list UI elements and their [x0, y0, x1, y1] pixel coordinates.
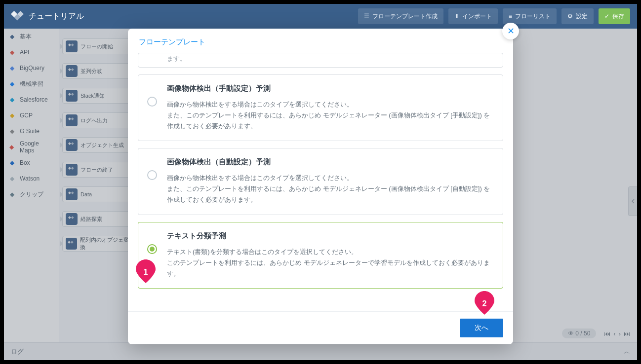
list-icon: ≡ — [509, 13, 512, 20]
gear-icon: ⚙ — [567, 13, 573, 20]
close-button[interactable]: ✕ — [502, 23, 519, 39]
save-button[interactable]: ✓ 保存 — [599, 8, 630, 24]
header: チュートリアル ☰ フローテンプレート作成 ⬆ インポート ≡ フローリスト ⚙… — [4, 4, 637, 29]
option-title: 画像物体検出（自動設定）予測 — [167, 157, 492, 167]
next-button[interactable]: 次へ — [460, 319, 503, 337]
option-desc: 画像から物体検出をする場合はこのタイプを選択してください。また、このテンプレート… — [167, 99, 492, 132]
flow-list-button[interactable]: ≡ フローリスト — [503, 8, 557, 24]
flow-list-label: フローリスト — [515, 12, 551, 21]
page-title: チュートリアル — [29, 11, 353, 22]
modal: ✕ フローテンプレート ます。 画像物体検出（手動設定）予測 画像から物体検出を… — [128, 29, 513, 344]
option-card-1[interactable]: 画像物体検出（自動設定）予測 画像から物体検出をする場合はこのタイプを選択してく… — [138, 148, 503, 215]
check-icon: ✓ — [604, 13, 609, 20]
modal-overlay: ✕ フローテンプレート ます。 画像物体検出（手動設定）予測 画像から物体検出を… — [4, 29, 637, 360]
list-icon: ☰ — [364, 13, 369, 20]
create-template-label: フローテンプレート作成 — [372, 12, 438, 21]
modal-title: フローテンプレート — [128, 29, 513, 53]
modal-footer: 次へ — [128, 311, 513, 344]
modal-body: ます。 画像物体検出（手動設定）予測 画像から物体検出をする場合はこのタイプを選… — [128, 53, 513, 311]
option-title: テキスト分類予測 — [167, 231, 492, 241]
import-label: インポート — [462, 12, 492, 21]
save-label: 保存 — [612, 12, 624, 21]
import-button[interactable]: ⬆ インポート — [448, 8, 498, 24]
option-card-0[interactable]: 画像物体検出（手動設定）予測 画像から物体検出をする場合はこのタイプを選択してく… — [138, 74, 503, 141]
option-card-trailing[interactable]: ます。 — [138, 53, 503, 68]
create-template-button[interactable]: ☰ フローテンプレート作成 — [358, 8, 443, 24]
close-icon: ✕ — [507, 26, 515, 36]
radio-icon[interactable] — [147, 244, 157, 254]
app-logo-icon — [11, 11, 24, 22]
settings-label: 設定 — [576, 12, 588, 21]
option-card-2[interactable]: テキスト分類予測 テキスト(書類)を分類する場合はこのタイプを選択してください。… — [138, 222, 503, 289]
upload-icon: ⬆ — [454, 13, 459, 20]
option-desc: テキスト(書類)を分類する場合はこのタイプを選択してください。このテンプレートを… — [167, 247, 492, 279]
settings-button[interactable]: ⚙ 設定 — [561, 8, 594, 24]
radio-icon[interactable] — [147, 97, 157, 107]
option-title: 画像物体検出（手動設定）予測 — [167, 84, 492, 93]
option-desc: 画像から物体検出をする場合はこのタイプを選択してください。また、このテンプレート… — [167, 173, 492, 205]
radio-icon[interactable] — [147, 170, 157, 180]
